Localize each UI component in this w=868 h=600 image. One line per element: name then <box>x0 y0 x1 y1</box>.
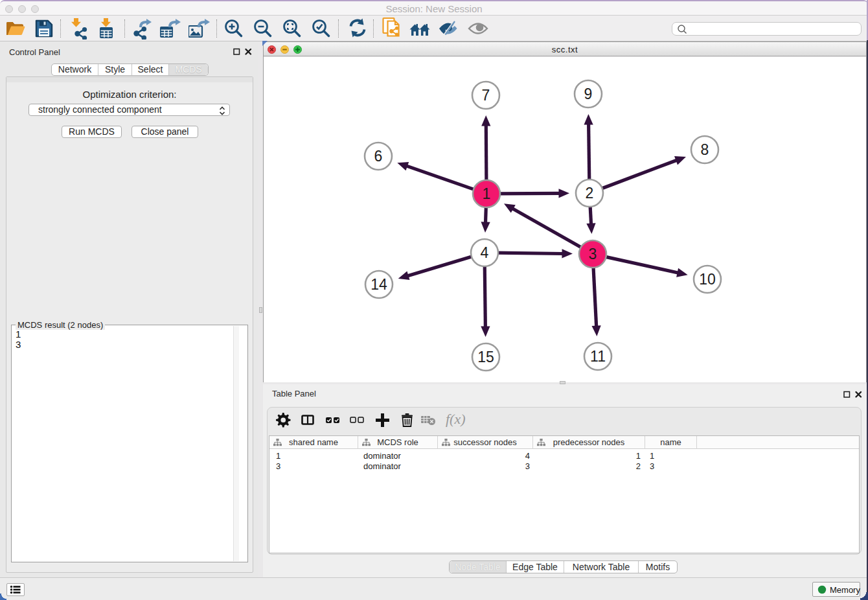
svg-text:9: 9 <box>584 86 593 102</box>
svg-text:1: 1 <box>483 185 491 202</box>
svg-text:14: 14 <box>371 276 387 293</box>
svg-text:6: 6 <box>374 148 383 165</box>
svg-text:8: 8 <box>701 141 709 158</box>
svg-text:4: 4 <box>481 244 489 261</box>
svg-text:10: 10 <box>699 271 716 288</box>
svg-text:2: 2 <box>586 185 594 202</box>
svg-text:3: 3 <box>589 246 597 262</box>
svg-text:7: 7 <box>482 87 490 104</box>
svg-text:15: 15 <box>477 349 494 365</box>
svg-text:11: 11 <box>590 348 606 365</box>
